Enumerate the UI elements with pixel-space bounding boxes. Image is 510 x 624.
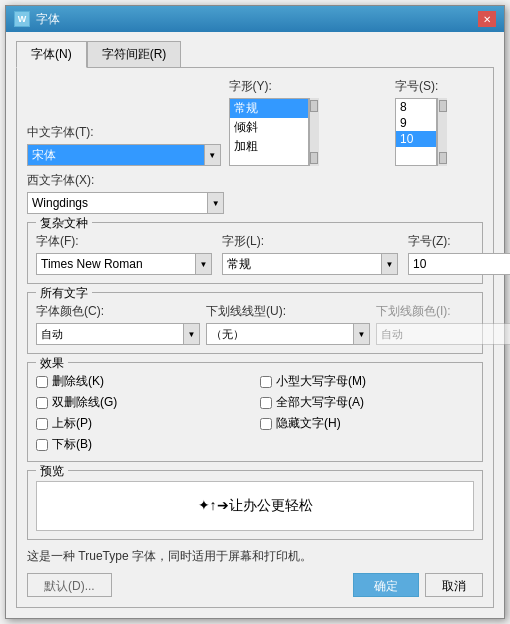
western-font-group: 西文字体(X): ▼ — [27, 172, 224, 214]
subscript-checkbox[interactable] — [36, 439, 48, 451]
complex-font-arrow[interactable]: ▼ — [195, 254, 211, 274]
complex-size-input[interactable] — [409, 254, 510, 274]
all-caps-checkbox[interactable] — [260, 397, 272, 409]
western-font-row: 西文字体(X): ▼ — [27, 172, 483, 214]
font-color-select[interactable]: ▼ — [36, 323, 200, 345]
small-caps-checkbox[interactable] — [260, 376, 272, 388]
style-scrollbar[interactable] — [309, 98, 319, 166]
complex-size-label: 字号(Z): — [408, 233, 510, 250]
size-scroll-down[interactable] — [439, 152, 447, 164]
default-button[interactable]: 默认(D)... — [27, 573, 112, 597]
all-caps-item: 全部大写字母(A) — [260, 394, 474, 411]
complex-size-select[interactable]: ▼ — [408, 253, 510, 275]
preview-title: 预览 — [36, 463, 68, 480]
app-icon: W — [14, 11, 30, 27]
info-text: 这是一种 TrueType 字体，同时适用于屏幕和打印机。 — [27, 548, 483, 565]
font-panel: 中文字体(T): 宋体 ▼ 字形(Y): 常规 倾斜 加粗 — [16, 67, 494, 608]
strikethrough-item: 删除线(K) — [36, 373, 250, 390]
strikethrough-checkbox[interactable] — [36, 376, 48, 388]
chinese-font-group: 中文字体(T): 宋体 ▼ — [27, 124, 221, 166]
close-button[interactable]: ✕ — [478, 11, 496, 27]
font-style-group: 字形(Y): 常规 倾斜 加粗 — [229, 78, 387, 166]
preview-section: 预览 ✦↑➔让办公更轻松 — [27, 470, 483, 540]
chinese-font-label: 中文字体(T): — [27, 124, 221, 141]
all-text-title: 所有文字 — [36, 285, 92, 302]
font-size-label: 字号(S): — [395, 78, 483, 95]
western-font-input[interactable] — [28, 193, 207, 213]
western-font-arrow[interactable]: ▼ — [207, 193, 223, 213]
all-caps-label: 全部大写字母(A) — [276, 394, 364, 411]
effects-grid: 删除线(K) 小型大写字母(M) 双删除线(G) 全部大写字母(A) — [36, 373, 474, 453]
tab-bar: 字体(N) 字符间距(R) — [16, 40, 494, 67]
tab-spacing[interactable]: 字符间距(R) — [87, 41, 182, 68]
strikethrough-label: 删除线(K) — [52, 373, 104, 390]
chinese-font-select[interactable]: 宋体 ▼ — [27, 144, 221, 166]
complex-style-select[interactable]: ▼ — [222, 253, 398, 275]
all-text-section: 所有文字 字体颜色(C): ▼ 下划线线型(U): — [27, 292, 483, 354]
underline-color-label: 下划线颜色(I): — [376, 303, 510, 320]
size-item-10[interactable]: 10 — [396, 131, 436, 147]
complex-style-label: 字形(L): — [222, 233, 398, 250]
complex-font-group: 字体(F): ▼ — [36, 233, 212, 275]
complex-size-group: 字号(Z): ▼ — [408, 233, 510, 275]
superscript-label: 上标(P) — [52, 415, 92, 432]
size-listbox[interactable]: 8 9 10 — [395, 98, 437, 166]
complex-section: 复杂文种 字体(F): ▼ 字形(L): ▼ — [27, 222, 483, 284]
font-color-group: 字体颜色(C): ▼ — [36, 303, 200, 345]
size-scrollbar[interactable] — [437, 98, 447, 166]
size-scroll-up[interactable] — [439, 100, 447, 112]
complex-font-select[interactable]: ▼ — [36, 253, 212, 275]
subscript-label: 下标(B) — [52, 436, 92, 453]
font-size-group: 字号(S): 8 9 10 — [395, 78, 483, 166]
dialog-content: 字体(N) 字符间距(R) 中文字体(T): 宋体 ▼ 字 — [6, 32, 504, 618]
underline-type-select[interactable]: ▼ — [206, 323, 370, 345]
double-strike-label: 双删除线(G) — [52, 394, 117, 411]
font-dialog: W 字体 ✕ 字体(N) 字符间距(R) 中文字体(T): — [5, 5, 505, 619]
hidden-item: 隐藏文字(H) — [260, 415, 474, 432]
underline-type-input[interactable] — [207, 324, 353, 344]
titlebar: W 字体 ✕ — [6, 6, 504, 32]
complex-style-arrow[interactable]: ▼ — [381, 254, 397, 274]
size-item-9[interactable]: 9 — [396, 115, 436, 131]
superscript-item: 上标(P) — [36, 415, 250, 432]
window-title: 字体 — [36, 11, 60, 28]
footer: 默认(D)... 确定 取消 — [27, 573, 483, 597]
subscript-item: 下标(B) — [36, 436, 250, 453]
small-caps-item: 小型大写字母(M) — [260, 373, 474, 390]
complex-style-group: 字形(L): ▼ — [222, 233, 398, 275]
style-listbox[interactable]: 常规 倾斜 加粗 — [229, 98, 309, 166]
underline-color-select: ▼ — [376, 323, 510, 345]
preview-text: ✦↑➔让办公更轻松 — [198, 497, 313, 515]
scroll-up-arrow[interactable] — [310, 100, 318, 112]
chinese-font-arrow[interactable]: ▼ — [204, 145, 220, 165]
ok-button[interactable]: 确定 — [353, 573, 419, 597]
double-strike-checkbox[interactable] — [36, 397, 48, 409]
chinese-font-input[interactable]: 宋体 — [28, 145, 204, 165]
underline-type-label: 下划线线型(U): — [206, 303, 370, 320]
complex-style-input[interactable] — [223, 254, 381, 274]
underline-color-group: 下划线颜色(I): ▼ — [376, 303, 510, 345]
preview-box: ✦↑➔让办公更轻松 — [36, 481, 474, 531]
font-style-label: 字形(Y): — [229, 78, 387, 95]
style-item-bold[interactable]: 加粗 — [230, 137, 308, 156]
size-item-8[interactable]: 8 — [396, 99, 436, 115]
hidden-checkbox[interactable] — [260, 418, 272, 430]
effects-section: 效果 删除线(K) 小型大写字母(M) 双删除线(G) — [27, 362, 483, 462]
superscript-checkbox[interactable] — [36, 418, 48, 430]
western-font-select[interactable]: ▼ — [27, 192, 224, 214]
scroll-down-arrow[interactable] — [310, 152, 318, 164]
complex-section-title: 复杂文种 — [36, 215, 92, 232]
double-strike-item: 双删除线(G) — [36, 394, 250, 411]
font-color-label: 字体颜色(C): — [36, 303, 200, 320]
tab-font[interactable]: 字体(N) — [16, 41, 87, 68]
font-color-input[interactable] — [37, 324, 183, 344]
style-item-italic[interactable]: 倾斜 — [230, 118, 308, 137]
hidden-label: 隐藏文字(H) — [276, 415, 341, 432]
cancel-button[interactable]: 取消 — [425, 573, 483, 597]
small-caps-label: 小型大写字母(M) — [276, 373, 366, 390]
western-font-label: 西文字体(X): — [27, 172, 224, 189]
underline-type-arrow[interactable]: ▼ — [353, 324, 369, 344]
complex-font-input[interactable] — [37, 254, 195, 274]
font-color-arrow[interactable]: ▼ — [183, 324, 199, 344]
style-item-regular[interactable]: 常规 — [230, 99, 308, 118]
